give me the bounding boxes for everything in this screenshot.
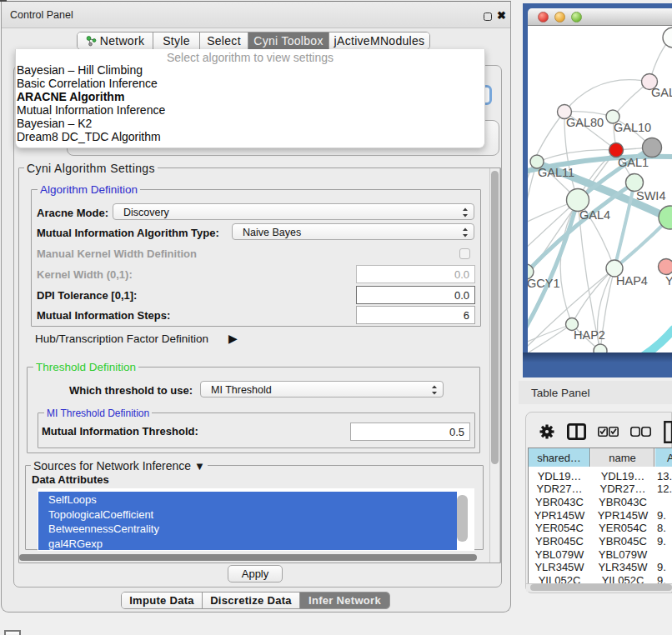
svg-text:YB: YB [665, 274, 672, 288]
svg-text:HAP4: HAP4 [616, 274, 648, 288]
svg-text:SWI4: SWI4 [636, 189, 665, 202]
svg-text:HAP2: HAP2 [574, 328, 605, 342]
svg-text:GAL7: GAL7 [651, 86, 672, 99]
svg-text:GAL1: GAL1 [618, 156, 649, 169]
svg-text:GCY1: GCY1 [528, 277, 560, 290]
svg-text:GAL10: GAL10 [614, 121, 651, 134]
svg-text:GAL11: GAL11 [538, 166, 574, 179]
svg-text:GAL80: GAL80 [566, 116, 604, 129]
svg-text:GAL4: GAL4 [579, 208, 610, 222]
